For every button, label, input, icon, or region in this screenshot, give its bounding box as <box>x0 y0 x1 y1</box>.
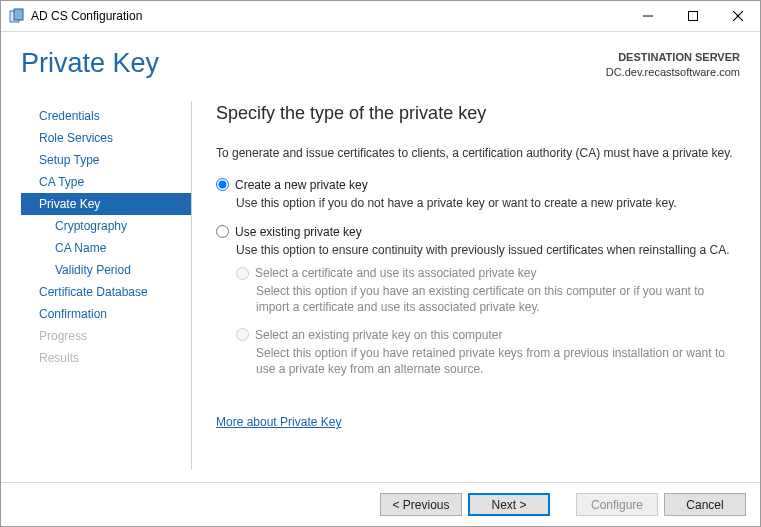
close-button[interactable] <box>715 2 760 31</box>
radio-select-existing-key <box>236 328 249 341</box>
step-private-key[interactable]: Private Key <box>21 193 191 215</box>
step-validity-period[interactable]: Validity Period <box>21 259 191 281</box>
titlebar: AD CS Configuration <box>1 1 760 32</box>
previous-button[interactable]: < Previous <box>380 493 462 516</box>
destination-info: DESTINATION SERVER DC.dev.recastsoftware… <box>606 48 740 81</box>
suboption-select-existing-key-desc: Select this option if you have retained … <box>256 345 736 377</box>
destination-label: DESTINATION SERVER <box>606 50 740 65</box>
radio-select-certificate <box>236 267 249 280</box>
option-use-existing-key-label: Use existing private key <box>235 225 362 239</box>
suboption-select-existing-key: Select an existing private key on this c… <box>236 328 736 342</box>
destination-server: DC.dev.recastsoftware.com <box>606 65 740 80</box>
svg-rect-1 <box>14 9 23 20</box>
step-setup-type[interactable]: Setup Type <box>21 149 191 171</box>
suboption-select-existing-key-label: Select an existing private key on this c… <box>255 328 502 342</box>
step-role-services[interactable]: Role Services <box>21 127 191 149</box>
page-title: Private Key <box>21 48 159 79</box>
header-row: Private Key DESTINATION SERVER DC.dev.re… <box>21 48 740 81</box>
cancel-button[interactable]: Cancel <box>664 493 746 516</box>
step-progress: Progress <box>21 325 191 347</box>
minimize-button[interactable] <box>625 2 670 31</box>
option-use-existing-key[interactable]: Use existing private key <box>216 225 736 239</box>
more-about-link[interactable]: More about Private Key <box>216 415 341 429</box>
section-heading: Specify the type of the private key <box>216 103 736 124</box>
configure-button: Configure <box>576 493 658 516</box>
columns: Credentials Role Services Setup Type CA … <box>21 101 740 470</box>
main-panel: Specify the type of the private key To g… <box>192 101 740 470</box>
step-results: Results <box>21 347 191 369</box>
wizard-body: Private Key DESTINATION SERVER DC.dev.re… <box>1 32 760 482</box>
step-confirmation[interactable]: Confirmation <box>21 303 191 325</box>
intro-text: To generate and issue certificates to cl… <box>216 146 736 160</box>
maximize-button[interactable] <box>670 2 715 31</box>
suboption-select-certificate: Select a certificate and use its associa… <box>236 266 736 280</box>
option-create-new-key-desc: Use this option if you do not have a pri… <box>236 195 736 211</box>
option-create-new-key[interactable]: Create a new private key <box>216 178 736 192</box>
step-certificate-database[interactable]: Certificate Database <box>21 281 191 303</box>
option-create-new-key-label: Create a new private key <box>235 178 368 192</box>
suboption-select-certificate-label: Select a certificate and use its associa… <box>255 266 536 280</box>
radio-create-new-key[interactable] <box>216 178 229 191</box>
step-ca-type[interactable]: CA Type <box>21 171 191 193</box>
svg-rect-3 <box>688 12 697 21</box>
wizard-footer: < Previous Next > Configure Cancel <box>1 482 760 526</box>
step-ca-name[interactable]: CA Name <box>21 237 191 259</box>
wizard-steps: Credentials Role Services Setup Type CA … <box>21 101 192 470</box>
next-button[interactable]: Next > <box>468 493 550 516</box>
wizard-window: AD CS Configuration Private Key DESTINAT… <box>0 0 761 527</box>
step-credentials[interactable]: Credentials <box>21 105 191 127</box>
app-icon <box>9 8 25 24</box>
step-cryptography[interactable]: Cryptography <box>21 215 191 237</box>
window-title: AD CS Configuration <box>31 9 142 23</box>
option-use-existing-key-desc: Use this option to ensure continuity wit… <box>236 242 736 258</box>
suboption-select-certificate-desc: Select this option if you have an existi… <box>256 283 736 315</box>
radio-use-existing-key[interactable] <box>216 225 229 238</box>
